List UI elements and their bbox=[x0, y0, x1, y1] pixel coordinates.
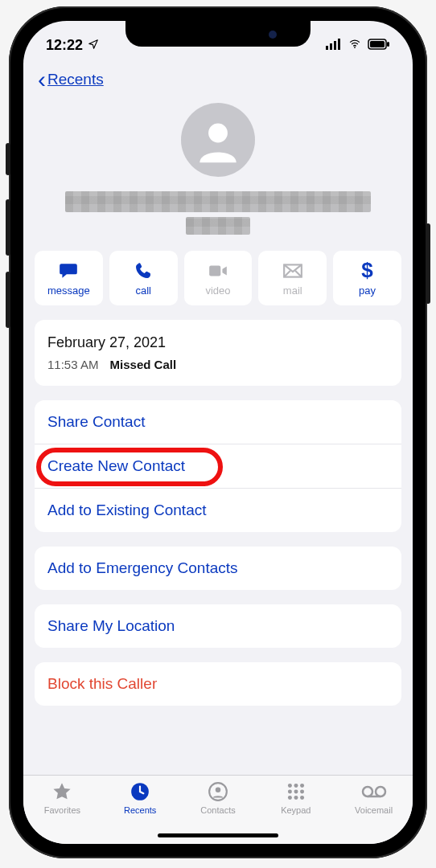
share-location-item[interactable]: Share My Location bbox=[35, 604, 401, 648]
status-time: 12:22 bbox=[46, 37, 83, 54]
video-label: video bbox=[205, 285, 230, 297]
tab-favorites[interactable]: Favorites bbox=[23, 780, 101, 844]
chevron-left-icon: ‹ bbox=[38, 68, 46, 92]
svg-point-4 bbox=[354, 47, 356, 48]
block-caller-item[interactable]: Block this Caller bbox=[35, 662, 401, 706]
tab-recents-label: Recents bbox=[124, 805, 156, 815]
contact-actions-card: Share Contact Create New Contact Add to … bbox=[35, 400, 401, 532]
contact-avatar bbox=[181, 103, 255, 177]
home-indicator[interactable] bbox=[158, 833, 278, 837]
tab-voicemail-label: Voicemail bbox=[355, 805, 393, 815]
svg-point-16 bbox=[300, 784, 304, 788]
phone-icon bbox=[134, 260, 153, 281]
clock-icon bbox=[124, 780, 156, 803]
tab-keypad-label: Keypad bbox=[281, 805, 311, 815]
back-label: Recents bbox=[47, 71, 104, 88]
svg-point-13 bbox=[216, 788, 221, 793]
history-type: Missed Call bbox=[110, 358, 177, 371]
tab-favorites-label: Favorites bbox=[44, 805, 80, 815]
add-emergency-item[interactable]: Add to Emergency Contacts bbox=[35, 547, 401, 590]
block-caller-label: Block this Caller bbox=[47, 675, 157, 692]
svg-point-19 bbox=[300, 790, 304, 794]
add-emergency-label: Add to Emergency Contacts bbox=[47, 559, 238, 576]
svg-point-21 bbox=[294, 796, 298, 800]
voicemail-icon bbox=[358, 780, 390, 803]
tab-bar: Favorites Recents Contacts bbox=[23, 775, 413, 844]
tab-contacts-label: Contacts bbox=[200, 805, 235, 815]
power-button bbox=[426, 223, 430, 304]
video-button[interactable]: video bbox=[184, 251, 253, 305]
block-card: Block this Caller bbox=[35, 662, 401, 706]
tab-voicemail[interactable]: Voicemail bbox=[335, 780, 413, 844]
svg-point-18 bbox=[294, 790, 298, 794]
add-existing-contact-item[interactable]: Add to Existing Contact bbox=[35, 488, 401, 532]
share-contact-label: Share Contact bbox=[47, 413, 145, 430]
video-icon bbox=[208, 260, 228, 281]
quick-actions: message call video mail $ bbox=[23, 241, 413, 320]
add-existing-contact-label: Add to Existing Contact bbox=[47, 502, 207, 518]
message-icon bbox=[58, 260, 79, 281]
cellular-icon bbox=[326, 37, 342, 54]
battery-icon bbox=[368, 37, 390, 54]
svg-rect-3 bbox=[338, 39, 340, 50]
pay-icon: $ bbox=[361, 260, 372, 281]
back-button[interactable]: ‹ Recents bbox=[23, 59, 413, 100]
svg-point-14 bbox=[288, 784, 292, 788]
share-location-label: Share My Location bbox=[47, 617, 175, 634]
svg-point-24 bbox=[376, 787, 385, 796]
svg-point-17 bbox=[288, 790, 292, 794]
svg-point-22 bbox=[300, 796, 304, 800]
svg-rect-1 bbox=[330, 43, 332, 50]
volume-up-button bbox=[6, 199, 10, 256]
create-new-contact-label: Create New Contact bbox=[47, 457, 185, 474]
mute-switch bbox=[6, 143, 10, 175]
svg-rect-2 bbox=[334, 41, 336, 50]
svg-rect-9 bbox=[209, 265, 220, 276]
history-time: 11:53 AM bbox=[47, 358, 98, 371]
share-location-card: Share My Location bbox=[35, 604, 401, 648]
screen: 12:22 ‹ Recents bbox=[23, 21, 413, 844]
pay-button[interactable]: $ pay bbox=[333, 251, 401, 305]
message-button[interactable]: message bbox=[35, 251, 103, 305]
history-date: February 27, 2021 bbox=[47, 334, 389, 351]
wifi-icon bbox=[347, 37, 363, 54]
person-icon bbox=[202, 780, 234, 803]
emergency-card: Add to Emergency Contacts bbox=[35, 547, 401, 590]
mail-icon bbox=[282, 260, 303, 281]
share-contact-item[interactable]: Share Contact bbox=[35, 400, 401, 444]
svg-point-8 bbox=[208, 124, 228, 143]
keypad-icon bbox=[280, 780, 312, 803]
call-button[interactable]: call bbox=[109, 251, 178, 305]
message-label: message bbox=[47, 285, 90, 297]
notch bbox=[125, 21, 311, 47]
call-history-card: February 27, 2021 11:53 AM Missed Call bbox=[35, 320, 401, 386]
history-entry: 11:53 AM Missed Call bbox=[47, 358, 389, 371]
svg-point-23 bbox=[363, 787, 372, 796]
mail-label: mail bbox=[283, 285, 302, 297]
location-icon bbox=[88, 37, 99, 54]
call-label: call bbox=[135, 285, 151, 297]
svg-rect-0 bbox=[326, 46, 328, 50]
svg-rect-6 bbox=[370, 41, 385, 47]
svg-point-20 bbox=[288, 796, 292, 800]
volume-down-button bbox=[6, 272, 10, 328]
pay-label: pay bbox=[359, 285, 376, 297]
svg-point-15 bbox=[294, 784, 298, 788]
create-new-contact-item[interactable]: Create New Contact bbox=[35, 444, 401, 488]
mail-button[interactable]: mail bbox=[258, 251, 327, 305]
phone-frame: 12:22 ‹ Recents bbox=[9, 6, 427, 858]
star-icon bbox=[46, 780, 78, 803]
svg-rect-7 bbox=[387, 42, 389, 47]
contact-name-redacted bbox=[47, 191, 389, 235]
